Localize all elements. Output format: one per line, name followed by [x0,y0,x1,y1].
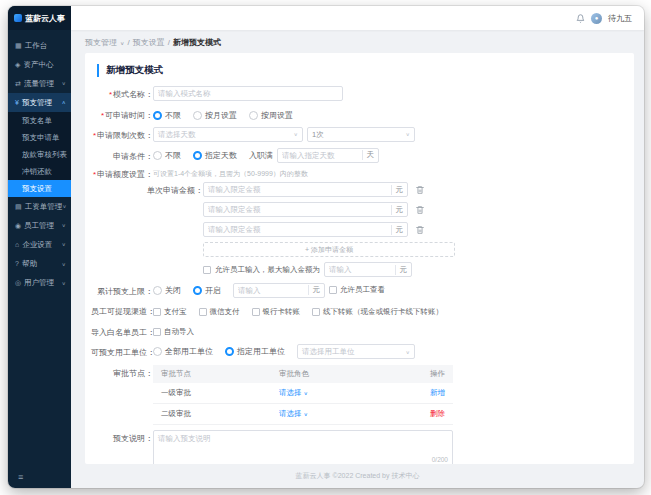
asset-icon: ◈ [15,61,20,69]
sidebar-item-payroll-management[interactable]: ▤ 工资单管理 ∨ [8,197,71,216]
sidebar-item-company-settings[interactable]: ⌂ 企业设置 ∨ [8,235,71,254]
times-select[interactable]: 1次 ∨ [307,127,415,142]
channel-wechat-checkbox[interactable]: 微信支付 [199,307,240,317]
auto-import-checkbox[interactable]: 自动导入 [153,327,194,337]
submenu-item-label: 预支设置 [22,184,52,194]
trash-icon[interactable] [415,205,425,215]
allow-input-row: 允许员工输入，最大输入金额为 元 [203,262,455,277]
radio-specified-units[interactable]: 指定用工单位 [225,346,285,357]
form-row-withdraw-channels: 员工可提现渠道 支付宝 微信支付 银行卡转账 线下转账（现金或银行卡线下转账） [91,303,622,318]
form-row-mode-name: 模式名称 [91,86,622,101]
bell-icon[interactable] [576,14,585,23]
chevron-down-icon: ∨ [62,81,66,87]
max-amount-input[interactable] [325,263,395,276]
amount-input-wrap: 元 [203,222,408,237]
team-icon: ◉ [15,222,21,230]
submenu-item-writeoff-repayment[interactable]: 冲销还款 [8,163,71,180]
amount-input-3[interactable] [204,223,391,236]
col-role: 审批角色 [279,369,399,379]
role-select[interactable]: 请选择∨ [279,409,308,419]
allow-view-checkbox[interactable]: 允许员工查看 [329,285,385,295]
allow-input-checkbox[interactable] [203,266,211,274]
field-label: 导入白名单员工 [91,324,153,338]
amount-row: 元 [203,222,455,237]
form-row-approval: 审批节点 审批节点 审批角色 操作 一级审批 请选择∨ 新增 二级审批 请选择∨ [91,365,622,425]
radio-cumulative-on[interactable]: 开启 [193,285,221,296]
note-textarea[interactable] [154,431,452,464]
sidebar-item-employee-management[interactable]: ◉ 员工管理 ∨ [8,216,71,235]
submenu-item-advance-applications[interactable]: 预支申请单 [8,129,71,146]
field-label: 单次申请金额 [91,182,203,196]
breadcrumb-separator: / [168,38,170,47]
table-row: 一级审批 请选择∨ 新增 [153,383,453,404]
mode-name-input[interactable] [154,87,342,100]
sidebar-item-label: 用户管理 [24,278,54,288]
yuan-unit-label: 元 [391,185,408,195]
approval-table-header: 审批节点 审批角色 操作 [153,365,453,383]
company-icon: ⌂ [15,241,19,248]
chevron-down-icon: ∨ [304,411,308,417]
field-label: 累计预支上限 [91,283,153,297]
condition-days-input[interactable] [278,149,362,162]
sidebar-collapse-icon[interactable]: ≡ [18,472,23,482]
logo-icon [14,14,22,22]
radio-condition-none[interactable]: 不限 [153,150,181,161]
sidebar-item-user-management[interactable]: ◎ 用户管理 ∨ [8,273,71,292]
radio-monthly[interactable]: 按月设置 [193,110,237,121]
avatar[interactable]: ● [591,13,602,24]
breadcrumb: 预支管理 ∨ / 预支设置 / 新增预支模式 [71,30,644,53]
add-node-link[interactable]: 新增 [430,388,445,397]
delete-node-link[interactable]: 删除 [430,409,445,418]
sidebar-item-workbench[interactable]: ▦ 工作台 [8,36,71,55]
main-area: ● 待九五 预支管理 ∨ / 预支设置 / 新增预支模式 新增预支模式 模式名称 [71,6,644,488]
app-window: 蓝薪云人事 ▦ 工作台 ◈ 资产中心 ⇄ 流量管理 ∨ ¥ 预支管理 ∧ [8,6,644,488]
channel-offline-checkbox[interactable]: 线下转账（现金或银行卡线下转账） [312,307,443,317]
form-card: 新增预支模式 模式名称 可申请时间 不限 按月设置 按周设置 [85,53,634,464]
user-name[interactable]: 待九五 [608,13,632,24]
amount-input-wrap: 元 [203,202,408,217]
max-amount-input-wrap: 元 [324,262,412,277]
flow-icon: ⇄ [15,80,21,88]
trash-icon[interactable] [415,225,425,235]
role-select[interactable]: 请选择∨ [279,388,308,398]
submenu-item-advance-settings[interactable]: 预支设置 [8,180,71,197]
amount-input-1[interactable] [204,183,391,196]
breadcrumb-level2[interactable]: 预支设置 [133,37,165,48]
sidebar-item-label: 流量管理 [24,79,54,89]
days-select[interactable]: 请选择天数 ∨ [153,127,303,142]
sidebar-item-asset-center[interactable]: ◈ 资产中心 [8,55,71,74]
sidebar-item-advance-management[interactable]: ¥ 预支管理 ∧ [8,93,71,112]
radio-all-units[interactable]: 全部用工单位 [153,346,213,357]
radio-weekly[interactable]: 按周设置 [249,110,293,121]
channel-alipay-checkbox[interactable]: 支付宝 [153,307,187,317]
radio-cumulative-off[interactable]: 关闭 [153,285,181,296]
col-action: 操作 [399,369,453,379]
field-label: 申请限制次数 [91,127,153,141]
channel-bankcard-checkbox[interactable]: 银行卡转账 [252,307,301,317]
chevron-up-icon: ∧ [62,100,66,106]
field-label: 申请额度设置 [91,168,153,180]
days-unit-label: 天 [362,150,379,160]
sidebar-item-help[interactable]: ? 帮助 ∨ [8,254,71,273]
field-label: 可申请时间 [91,107,153,121]
field-label: 模式名称 [91,86,153,100]
condition-prefix-label: 入职满 [249,150,273,161]
chevron-down-icon: ∨ [406,349,410,355]
cumulative-input[interactable] [234,284,308,297]
chevron-down-icon: ∨ [62,242,66,248]
radio-no-limit[interactable]: 不限 [153,110,181,121]
col-node: 审批节点 [153,369,279,379]
submenu-item-loan-review-list[interactable]: 放款审核列表 [8,146,71,163]
submenu-item-label: 预支申请单 [22,133,60,143]
work-unit-select[interactable]: 请选择用工单位 ∨ [297,344,415,359]
chevron-down-icon: ∨ [406,132,410,138]
add-amount-button[interactable]: + 添加申请金额 [203,242,455,257]
breadcrumb-level1[interactable]: 预支管理 [85,37,117,48]
radio-condition-days[interactable]: 指定天数 [193,150,237,161]
trash-icon[interactable] [415,185,425,195]
sidebar-item-flow-management[interactable]: ⇄ 流量管理 ∨ [8,74,71,93]
submenu-item-advance-list[interactable]: 预支名单 [8,112,71,129]
chevron-down-icon: ∨ [294,132,298,138]
amount-input-2[interactable] [204,203,391,216]
yuan-unit-label: 元 [391,225,408,235]
